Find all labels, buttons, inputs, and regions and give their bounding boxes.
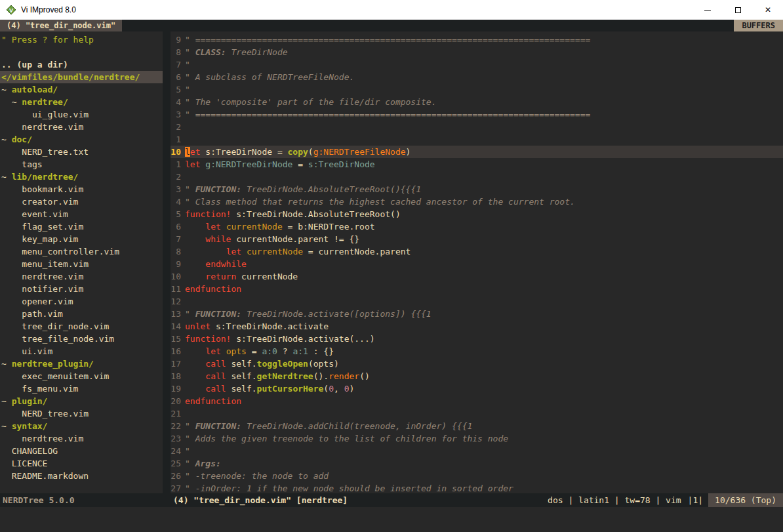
tree-item-file[interactable]: key_map.vim <box>0 233 163 245</box>
editor-line-current[interactable]: 10let s:TreeDirNode = copy(g:NERDTreeFil… <box>171 146 783 158</box>
tree-item-dir[interactable]: ~ plugin/ <box>0 395 163 407</box>
tree-item-file[interactable]: exec_menuitem.vim <box>0 370 163 382</box>
editor-line[interactable]: 12 <box>171 295 783 308</box>
tree-item-root[interactable]: </vimfiles/bundle/nerdtree/ <box>0 71 163 83</box>
editor-line[interactable]: 13" FUNCTION: TreeDirNode.activate([opti… <box>171 308 783 320</box>
editor-line[interactable]: 1 <box>171 133 783 146</box>
editor-line[interactable]: 10 return currentNode <box>171 270 783 283</box>
tree-item-file[interactable]: event.vim <box>0 208 163 220</box>
editor-line[interactable]: 27" -inOrder: 1 if the new node should b… <box>171 482 783 493</box>
maximize-icon <box>735 7 741 13</box>
editor-line[interactable]: 18 call self.getNerdtree().render() <box>171 370 783 382</box>
editor-line[interactable]: 9 endwhile <box>171 258 783 270</box>
editor-line[interactable]: 5" <box>171 83 783 96</box>
editor-line[interactable]: 7 while currentNode.parent != {} <box>171 233 783 245</box>
tree-item-file[interactable]: menu_controller.vim <box>0 245 163 258</box>
tab-tree-dir-node[interactable]: (4) "tree_dir_node.vim" <box>0 20 122 31</box>
tree-item-file[interactable]: flag_set.vim <box>0 220 163 233</box>
tree-item-dir[interactable]: ~ nerdtree_plugin/ <box>0 358 163 370</box>
tree-item-dir[interactable]: ~ syntax/ <box>0 420 163 432</box>
line-text: " The 'composite' part of the file/dir c… <box>185 96 437 108</box>
tree-item-file[interactable]: fs_menu.vim <box>0 382 163 395</box>
dir-expander: ~ <box>1 421 12 431</box>
line-number: 19 <box>171 382 185 395</box>
editor-line[interactable]: 8 let currentNode = currentNode.parent <box>171 245 783 258</box>
tree-item-file[interactable]: bookmark.vim <box>0 183 163 195</box>
editor-line[interactable]: 19 call self.putCursorHere(0, 0) <box>171 382 783 395</box>
tree-item-file[interactable]: CHANGELOG <box>0 445 163 457</box>
file-name: tree_dir_node.vim <box>1 321 109 331</box>
editor-line[interactable]: 9" =====================================… <box>171 33 783 46</box>
minimize-button[interactable] <box>693 0 723 20</box>
editor-line[interactable]: 5function! s:TreeDirNode.AbsoluteTreeRoo… <box>171 208 783 220</box>
line-number: 25 <box>171 457 185 470</box>
editor-line[interactable]: 8" CLASS: TreeDirNode <box>171 46 783 58</box>
tree-item-file[interactable]: LICENCE <box>0 457 163 470</box>
maximize-button[interactable] <box>723 0 753 20</box>
editor-line[interactable]: 24" <box>171 445 783 457</box>
line-text: function! s:TreeDirNode.AbsoluteTreeRoot… <box>185 208 401 220</box>
editor-line[interactable]: 14unlet s:TreeDirNode.activate <box>171 320 783 333</box>
editor-line[interactable]: 2 <box>171 121 783 133</box>
line-number: 17 <box>171 358 185 370</box>
file-name: key_map.vim <box>1 234 78 244</box>
statusline-buffer-info: (4) "tree_dir_node.vim" [nerdtree] <box>163 493 348 507</box>
editor-line[interactable]: 3" FUNCTION: TreeDirNode.AbsoluteTreeRoo… <box>171 183 783 195</box>
tree-item-file[interactable]: nerdtree.vim <box>0 121 163 133</box>
editor-line[interactable]: 17 call self.toggleOpen(opts) <box>171 358 783 370</box>
tree-item-dir[interactable]: ~ nerdtree/ <box>0 96 163 108</box>
line-number: 9 <box>171 33 185 46</box>
tree-item-file[interactable]: opener.vim <box>0 295 163 308</box>
line-text: " Args: <box>185 457 221 470</box>
command-line[interactable] <box>0 507 783 532</box>
editor-line[interactable]: 23" Adds the given treenode to the list … <box>171 432 783 445</box>
text-cursor: l <box>185 147 190 157</box>
editor-line[interactable]: 20endfunction <box>171 395 783 407</box>
tree-item-file[interactable]: notifier.vim <box>0 283 163 295</box>
editor-line[interactable]: 26" -treenode: the node to add <box>171 470 783 482</box>
tree-item-file[interactable]: tree_file_node.vim <box>0 333 163 345</box>
tree-item-up[interactable]: .. (up a dir) <box>0 58 163 71</box>
tree-item-dir[interactable]: ~ lib/nerdtree/ <box>0 171 163 183</box>
tree-item-file[interactable]: path.vim <box>0 308 163 320</box>
close-button[interactable]: ✕ <box>753 0 783 20</box>
tree-item-file[interactable]: tree_dir_node.vim <box>0 320 163 333</box>
tree-item-dir[interactable]: ~ doc/ <box>0 133 163 146</box>
editor-line[interactable]: 6 let currentNode = b:NERDTree.root <box>171 220 783 233</box>
dir-name: nerdtree_plugin/ <box>12 359 94 369</box>
tree-item-file[interactable]: menu_item.vim <box>0 258 163 270</box>
tree-item-file[interactable]: NERD_tree.txt <box>0 146 163 158</box>
editor-line[interactable]: 2 <box>171 171 783 183</box>
editor-line[interactable]: 1let g:NERDTreeDirNode = s:TreeDirNode <box>171 158 783 171</box>
line-number: 27 <box>171 482 185 493</box>
line-text: " <box>185 58 190 71</box>
tree-item-file[interactable]: tags <box>0 158 163 171</box>
dir-name: syntax/ <box>12 421 48 431</box>
tree-item-file[interactable]: NERD_tree.vim <box>0 407 163 420</box>
tree-item-dir[interactable]: ~ autoload/ <box>0 83 163 96</box>
tabline: (4) "tree_dir_node.vim" BUFFERS <box>0 20 783 31</box>
tree-item-file[interactable]: ui_glue.vim <box>0 108 163 121</box>
editor-line[interactable]: 4" Class method that returns the highest… <box>171 195 783 208</box>
tree-item-file[interactable]: nerdtree.vim <box>0 270 163 283</box>
tree-item-file[interactable]: README.markdown <box>0 470 163 482</box>
tree-item-file[interactable]: ui.vim <box>0 345 163 358</box>
vertical-split-divider[interactable] <box>163 31 171 493</box>
editor-line[interactable]: 21 <box>171 407 783 420</box>
tree-item-file[interactable]: nerdtree.vim <box>0 432 163 445</box>
editor-line[interactable]: 15function! s:TreeDirNode.activate(...) <box>171 333 783 345</box>
editor-line[interactable]: 25" Args: <box>171 457 783 470</box>
editor-line[interactable]: 7" <box>171 58 783 71</box>
editor-line[interactable]: 4" The 'composite' part of the file/dir … <box>171 96 783 108</box>
editor-line[interactable]: 11endfunction <box>171 283 783 295</box>
line-text: let g:NERDTreeDirNode = s:TreeDirNode <box>185 158 375 171</box>
line-number: 10 <box>171 146 185 158</box>
editor-lines[interactable]: 9" =====================================… <box>171 31 783 493</box>
tree-item-file[interactable]: creator.vim <box>0 195 163 208</box>
editor-line[interactable]: 3" =====================================… <box>171 108 783 121</box>
editor-line[interactable]: 22" FUNCTION: TreeDirNode.addChild(treen… <box>171 420 783 432</box>
editor-line[interactable]: 6" A subclass of NERDTreeFileNode. <box>171 71 783 83</box>
editor-line[interactable]: 16 let opts = a:0 ? a:1 : {} <box>171 345 783 358</box>
file-name: exec_menuitem.vim <box>1 371 109 381</box>
buffers-tab[interactable]: BUFFERS <box>734 20 783 31</box>
